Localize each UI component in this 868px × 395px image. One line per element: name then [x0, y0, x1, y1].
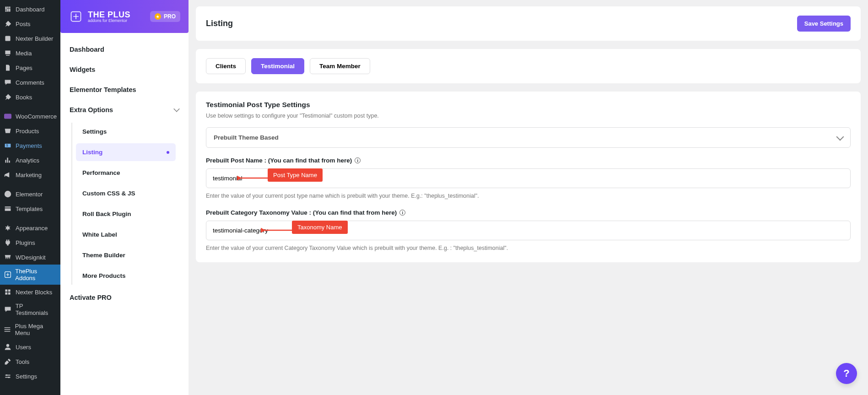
tptest-icon [4, 305, 12, 314]
post-name-input[interactable] [206, 168, 851, 188]
tabs-card: ClientsTestimonialTeam Member [196, 49, 861, 83]
tp-menu-activate-pro[interactable]: Activate PRO [70, 287, 179, 308]
star-icon: ★ [155, 13, 161, 20]
svg-rect-1 [4, 114, 11, 119]
chevron-down-icon [836, 133, 844, 141]
theplus-logo-icon [69, 9, 83, 24]
wp-nav-payments[interactable]: $Payments [0, 138, 60, 153]
taxonomy-input[interactable] [206, 221, 851, 240]
elementor-icon [4, 190, 12, 198]
wp-nav-templates[interactable]: Templates [0, 201, 60, 216]
svg-rect-6 [5, 289, 7, 292]
wp-nav-analytics[interactable]: Analytics [0, 153, 60, 168]
brand: THE PLUS addons for Elementor [69, 9, 130, 24]
select-value: Prebuilt Theme Based [214, 134, 279, 141]
svg-point-10 [6, 344, 9, 347]
plugins-icon [4, 238, 12, 247]
templates-icon [4, 205, 12, 213]
tp-submenu-performance[interactable]: Performance [76, 164, 176, 182]
brand-subtitle: addons for Elementor [88, 19, 130, 23]
tp-menu-elementor-templates[interactable]: Elementor Templates [70, 80, 179, 100]
pro-label: PRO [164, 13, 176, 20]
active-dot-icon [167, 151, 169, 154]
tp-menu-widgets[interactable]: Widgets [70, 60, 179, 80]
svg-rect-7 [8, 289, 11, 292]
woo-icon [4, 112, 12, 120]
tp-submenu-theme-builder[interactable]: Theme Builder [76, 246, 176, 264]
taxonomy-help: Enter the value of your current Category… [206, 245, 851, 251]
tp-submenu-listing[interactable]: Listing [76, 143, 176, 161]
info-icon[interactable]: i [355, 157, 361, 163]
product-icon [4, 127, 12, 135]
wdesign-icon [4, 253, 12, 261]
tp-menu-extra-options[interactable]: Extra Options [70, 100, 179, 120]
save-settings-button[interactable]: Save Settings [797, 16, 851, 32]
theme-mode-select[interactable]: Prebuilt Theme Based [206, 127, 851, 148]
dashboard-icon [4, 5, 12, 13]
wp-nav-media[interactable]: Media [0, 46, 60, 60]
tab-testimonial[interactable]: Testimonial [251, 58, 304, 74]
tp-menu-dashboard[interactable]: Dashboard [70, 39, 179, 60]
settings-card: Testimonial Post Type Settings Use below… [196, 92, 861, 262]
wp-nav-woocommerce[interactable]: WooCommerce [0, 109, 60, 124]
wp-nav-marketing[interactable]: Marketing [0, 168, 60, 182]
brand-title: THE PLUS [88, 11, 130, 19]
tp-submenu-white-label[interactable]: White Label [76, 226, 176, 243]
wp-nav-posts[interactable]: Posts [0, 16, 60, 31]
tools-icon [4, 357, 12, 366]
wp-nav-users[interactable]: Users [0, 340, 60, 354]
pin-icon [4, 93, 12, 101]
post-name-label: Prebuilt Post Name : (You can find that … [206, 157, 851, 164]
wp-nav-pages[interactable]: Pages [0, 60, 60, 75]
wp-nav-theplus-addons[interactable]: ThePlus Addons [0, 265, 60, 285]
tab-clients[interactable]: Clients [206, 58, 246, 74]
svg-text:$: $ [6, 144, 8, 147]
chevron-down-icon [173, 106, 180, 112]
svg-point-12 [8, 377, 10, 378]
tp-submenu-custom-css-js[interactable]: Custom CSS & JS [76, 184, 176, 202]
comment-icon [4, 78, 12, 87]
pro-badge[interactable]: ★ PRO [150, 11, 180, 22]
theplus-sidebar: THE PLUS addons for Elementor ★ PRO Dash… [60, 0, 189, 395]
wp-nav-settings[interactable]: Settings [0, 369, 60, 384]
tab-team-member[interactable]: Team Member [310, 58, 370, 74]
wp-nav-nexter-blocks[interactable]: Nexter Blocks [0, 285, 60, 299]
tp-submenu-roll-back-plugin[interactable]: Roll Back Plugin [76, 205, 176, 223]
wp-nav-elementor[interactable]: Elementor [0, 187, 60, 201]
pin-icon [4, 20, 12, 28]
appearance-icon [4, 224, 12, 232]
wp-nav-plugins[interactable]: Plugins [0, 235, 60, 250]
svg-point-11 [6, 374, 7, 376]
wp-nav-dashboard[interactable]: Dashboard [0, 2, 60, 16]
payments-icon: $ [4, 141, 12, 150]
nexter-icon [4, 34, 12, 43]
svg-point-4 [5, 191, 11, 197]
help-fab-button[interactable]: ? [836, 363, 857, 384]
theplus-header: THE PLUS addons for Elementor ★ PRO [60, 0, 189, 33]
page-icon [4, 64, 12, 72]
info-icon[interactable]: i [399, 210, 405, 216]
svg-rect-0 [5, 36, 10, 41]
wp-nav-wdesignkit[interactable]: WDesignkit [0, 250, 60, 265]
wp-nav-appearance[interactable]: Appearance [0, 221, 60, 235]
section-subtitle: Use below settings to configure your "Te… [206, 113, 851, 119]
main-content: Listing Save Settings ClientsTestimonial… [189, 0, 868, 395]
taxonomy-label: Prebuilt Category Taxonomy Value : (You … [206, 209, 851, 216]
tp-submenu-settings[interactable]: Settings [76, 123, 176, 141]
wp-nav-tools[interactable]: Tools [0, 354, 60, 369]
wp-nav-products[interactable]: Products [0, 124, 60, 138]
wp-nav-comments[interactable]: Comments [0, 75, 60, 90]
users-icon [4, 343, 12, 351]
section-title: Testimonial Post Type Settings [206, 101, 851, 109]
mega-icon [4, 325, 11, 334]
wp-nav-nexter-builder[interactable]: Nexter Builder [0, 31, 60, 46]
wp-nav-books[interactable]: Books [0, 90, 60, 104]
wp-nav-tp-testimonials[interactable]: TP Testimonials [0, 299, 60, 319]
post-name-help: Enter the value of your current post typ… [206, 193, 851, 199]
wp-nav-plus-mega-menu[interactable]: Plus Mega Menu [0, 319, 60, 340]
nexterb-icon [4, 288, 12, 296]
tp-submenu-more-products[interactable]: More Products [76, 267, 176, 285]
marketing-icon [4, 171, 12, 179]
settings-icon [4, 372, 12, 380]
wp-admin-nav: DashboardPostsNexter BuilderMediaPagesCo… [0, 0, 60, 395]
